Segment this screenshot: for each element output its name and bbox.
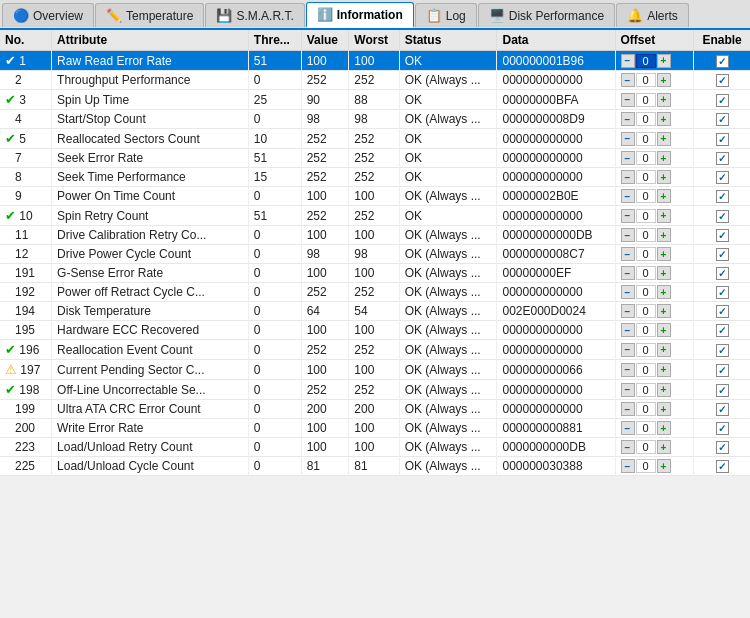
enable-checkbox[interactable] bbox=[716, 210, 729, 223]
table-row[interactable]: 7Seek Error Rate51252252OK000000000000 −… bbox=[0, 149, 750, 168]
offset-plus-button[interactable]: + bbox=[657, 421, 671, 435]
offset-minus-button[interactable]: − bbox=[621, 209, 635, 223]
offset-plus-button[interactable]: + bbox=[657, 54, 671, 68]
offset-plus-button[interactable]: + bbox=[657, 132, 671, 146]
tab-log[interactable]: 📋 Log bbox=[415, 3, 477, 27]
offset-plus-button[interactable]: + bbox=[657, 304, 671, 318]
tab-disk-performance[interactable]: 🖥️ Disk Performance bbox=[478, 3, 615, 27]
offset-plus-button[interactable]: + bbox=[657, 170, 671, 184]
table-row[interactable]: 194Disk Temperature06454OK (Always ...00… bbox=[0, 302, 750, 321]
enable-checkbox[interactable] bbox=[716, 344, 729, 357]
tab-information[interactable]: ℹ️ Information bbox=[306, 2, 414, 28]
offset-minus-button[interactable]: − bbox=[621, 421, 635, 435]
cell-offset: − 0 + bbox=[615, 283, 694, 302]
offset-minus-button[interactable]: − bbox=[621, 363, 635, 377]
table-row[interactable]: ✔ 1Raw Read Error Rate51100100OK00000000… bbox=[0, 51, 750, 71]
enable-checkbox[interactable] bbox=[716, 305, 729, 318]
table-row[interactable]: 12Drive Power Cycle Count09898OK (Always… bbox=[0, 245, 750, 264]
enable-checkbox[interactable] bbox=[716, 55, 729, 68]
offset-minus-button[interactable]: − bbox=[621, 247, 635, 261]
offset-minus-button[interactable]: − bbox=[621, 228, 635, 242]
enable-checkbox[interactable] bbox=[716, 74, 729, 87]
cell-worst: 98 bbox=[349, 110, 399, 129]
table-row[interactable]: ✔ 3Spin Up Time259088OK00000000BFA − 0 + bbox=[0, 90, 750, 110]
offset-plus-button[interactable]: + bbox=[657, 285, 671, 299]
tab-overview[interactable]: 🔵 Overview bbox=[2, 3, 94, 27]
enable-checkbox[interactable] bbox=[716, 384, 729, 397]
offset-minus-button[interactable]: − bbox=[621, 440, 635, 454]
table-row[interactable]: 9Power On Time Count0100100OK (Always ..… bbox=[0, 187, 750, 206]
table-row[interactable]: ⚠ 197Current Pending Sector C...0100100O… bbox=[0, 360, 750, 380]
table-row[interactable]: 225Load/Unload Cycle Count08181OK (Alway… bbox=[0, 457, 750, 476]
cell-value: 252 bbox=[301, 340, 349, 360]
offset-plus-button[interactable]: + bbox=[657, 402, 671, 416]
offset-plus-button[interactable]: + bbox=[657, 363, 671, 377]
table-row[interactable]: 8Seek Time Performance15252252OK00000000… bbox=[0, 168, 750, 187]
table-row[interactable]: 192Power off Retract Cycle C...0252252OK… bbox=[0, 283, 750, 302]
offset-plus-button[interactable]: + bbox=[657, 247, 671, 261]
offset-minus-button[interactable]: − bbox=[621, 304, 635, 318]
table-row[interactable]: 11Drive Calibration Retry Co...0100100OK… bbox=[0, 226, 750, 245]
offset-plus-button[interactable]: + bbox=[657, 151, 671, 165]
table-row[interactable]: ✔ 196Reallocation Event Count0252252OK (… bbox=[0, 340, 750, 360]
tab-alerts[interactable]: 🔔 Alerts bbox=[616, 3, 689, 27]
enable-checkbox[interactable] bbox=[716, 286, 729, 299]
enable-checkbox[interactable] bbox=[716, 229, 729, 242]
offset-minus-button[interactable]: − bbox=[621, 151, 635, 165]
enable-checkbox[interactable] bbox=[716, 113, 729, 126]
table-row[interactable]: 4Start/Stop Count09898OK (Always ...0000… bbox=[0, 110, 750, 129]
offset-minus-button[interactable]: − bbox=[621, 54, 635, 68]
table-row[interactable]: ✔ 198Off-Line Uncorrectable Se...0252252… bbox=[0, 380, 750, 400]
enable-checkbox[interactable] bbox=[716, 422, 729, 435]
offset-minus-button[interactable]: − bbox=[621, 266, 635, 280]
enable-checkbox[interactable] bbox=[716, 152, 729, 165]
enable-checkbox[interactable] bbox=[716, 403, 729, 416]
offset-minus-button[interactable]: − bbox=[621, 93, 635, 107]
tab-smart[interactable]: 💾 S.M.A.R.T. bbox=[205, 3, 304, 27]
table-row[interactable]: 200Write Error Rate0100100OK (Always ...… bbox=[0, 419, 750, 438]
offset-minus-button[interactable]: − bbox=[621, 383, 635, 397]
offset-plus-button[interactable]: + bbox=[657, 112, 671, 126]
offset-plus-button[interactable]: + bbox=[657, 383, 671, 397]
offset-plus-button[interactable]: + bbox=[657, 266, 671, 280]
offset-plus-button[interactable]: + bbox=[657, 189, 671, 203]
enable-checkbox[interactable] bbox=[716, 94, 729, 107]
cell-no: 4 bbox=[0, 110, 52, 129]
offset-plus-button[interactable]: + bbox=[657, 440, 671, 454]
enable-checkbox[interactable] bbox=[716, 190, 729, 203]
offset-minus-button[interactable]: − bbox=[621, 112, 635, 126]
temperature-icon: ✏️ bbox=[106, 8, 122, 23]
table-row[interactable]: 191G-Sense Error Rate0100100OK (Always .… bbox=[0, 264, 750, 283]
table-row[interactable]: ✔ 5Reallocated Sectors Count10252252OK00… bbox=[0, 129, 750, 149]
offset-minus-button[interactable]: − bbox=[621, 73, 635, 87]
offset-plus-button[interactable]: + bbox=[657, 343, 671, 357]
offset-plus-button[interactable]: + bbox=[657, 73, 671, 87]
offset-minus-button[interactable]: − bbox=[621, 132, 635, 146]
table-row[interactable]: ✔ 10Spin Retry Count51252252OK0000000000… bbox=[0, 206, 750, 226]
enable-checkbox[interactable] bbox=[716, 324, 729, 337]
enable-checkbox[interactable] bbox=[716, 133, 729, 146]
tab-temperature[interactable]: ✏️ Temperature bbox=[95, 3, 204, 27]
enable-checkbox[interactable] bbox=[716, 171, 729, 184]
offset-plus-button[interactable]: + bbox=[657, 459, 671, 473]
table-row[interactable]: 2Throughput Performance0252252OK (Always… bbox=[0, 71, 750, 90]
offset-minus-button[interactable]: − bbox=[621, 402, 635, 416]
offset-minus-button[interactable]: − bbox=[621, 170, 635, 184]
offset-minus-button[interactable]: − bbox=[621, 285, 635, 299]
enable-checkbox[interactable] bbox=[716, 441, 729, 454]
table-row[interactable]: 223Load/Unload Retry Count0100100OK (Alw… bbox=[0, 438, 750, 457]
enable-checkbox[interactable] bbox=[716, 267, 729, 280]
offset-plus-button[interactable]: + bbox=[657, 209, 671, 223]
offset-plus-button[interactable]: + bbox=[657, 93, 671, 107]
offset-minus-button[interactable]: − bbox=[621, 459, 635, 473]
offset-minus-button[interactable]: − bbox=[621, 189, 635, 203]
offset-plus-button[interactable]: + bbox=[657, 323, 671, 337]
enable-checkbox[interactable] bbox=[716, 364, 729, 377]
enable-checkbox[interactable] bbox=[716, 248, 729, 261]
table-row[interactable]: 199Ultra ATA CRC Error Count0200200OK (A… bbox=[0, 400, 750, 419]
offset-minus-button[interactable]: − bbox=[621, 323, 635, 337]
offset-minus-button[interactable]: − bbox=[621, 343, 635, 357]
offset-plus-button[interactable]: + bbox=[657, 228, 671, 242]
table-row[interactable]: 195Hardware ECC Recovered0100100OK (Alwa… bbox=[0, 321, 750, 340]
enable-checkbox[interactable] bbox=[716, 460, 729, 473]
